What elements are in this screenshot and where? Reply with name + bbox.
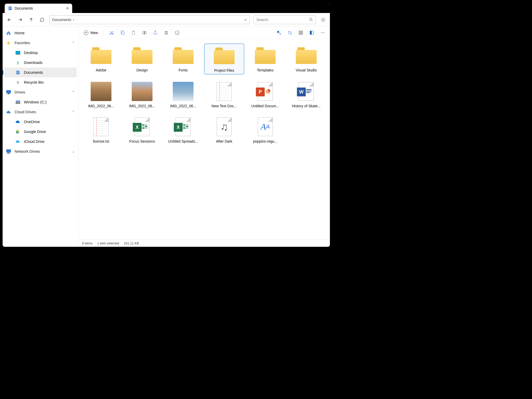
svg-rect-11: [17, 73, 18, 73]
google-drive-icon: [16, 129, 20, 134]
svg-rect-17: [16, 101, 18, 102]
item-label: Fonts: [178, 68, 188, 72]
network-icon: [6, 149, 11, 154]
info-button[interactable]: [172, 29, 182, 37]
cut-button[interactable]: [107, 29, 116, 37]
chevron-up-icon[interactable]: ⌃: [72, 110, 75, 114]
image-icon: [132, 81, 152, 102]
item-label: New Text Doc...: [211, 104, 237, 108]
svg-rect-15: [7, 94, 10, 94]
file-item[interactable]: IMG_2022_06...: [122, 79, 162, 110]
sort-button[interactable]: [285, 29, 295, 37]
file-item[interactable]: AApoppins-regu...: [245, 115, 285, 145]
chevron-right-icon: ›: [73, 18, 74, 22]
folder-icon: [132, 45, 152, 66]
folder-item[interactable]: Fonts: [163, 44, 203, 74]
icloud-icon: [16, 139, 20, 144]
up-button[interactable]: [28, 16, 35, 23]
svg-rect-41: [306, 91, 311, 91]
svg-rect-9: [17, 71, 19, 72]
folder-item[interactable]: Design: [122, 44, 162, 74]
share-button[interactable]: [151, 29, 160, 37]
new-button[interactable]: + New: [81, 29, 101, 36]
chevron-up-icon[interactable]: ⌃: [72, 90, 75, 94]
svg-rect-30: [299, 31, 300, 32]
sidebar-item-google-drive[interactable]: Google Drive: [3, 127, 78, 137]
svg-rect-50: [186, 124, 188, 125]
copy-button[interactable]: [118, 29, 127, 37]
folder-item[interactable]: Visual Studio: [286, 44, 326, 74]
status-count: 9 items: [82, 242, 92, 245]
folder-item[interactable]: Templates: [245, 44, 285, 74]
status-size: 101.11 KB: [124, 242, 139, 245]
search-input[interactable]: Search: [254, 15, 316, 24]
sidebar-section-drives[interactable]: Drives ⌃: [3, 87, 78, 97]
folder-item[interactable]: Project Files: [204, 44, 244, 74]
more-button[interactable]: [318, 29, 327, 37]
file-item[interactable]: license.txt: [81, 115, 121, 145]
svg-rect-35: [310, 31, 312, 35]
settings-button[interactable]: [320, 16, 327, 23]
chevron-up-icon[interactable]: ⌃: [72, 41, 75, 45]
folder-item[interactable]: Adobe: [81, 44, 121, 74]
file-item[interactable]: XUntitled Spreads...: [163, 115, 203, 145]
close-icon[interactable]: ✕: [66, 6, 69, 10]
file-item[interactable]: IMG_2022_06...: [81, 79, 121, 110]
select-button[interactable]: [274, 29, 284, 37]
paste-button[interactable]: [129, 29, 138, 37]
back-button[interactable]: [6, 16, 13, 23]
drive-icon: [16, 100, 20, 104]
address-bar[interactable]: Documents ›: [49, 15, 250, 24]
file-item[interactable]: IMG_2022_06...: [163, 79, 203, 110]
group-button[interactable]: [296, 29, 305, 37]
sidebar-item-recycle-bin[interactable]: Recycle Bin: [3, 77, 78, 87]
svg-rect-32: [299, 33, 300, 34]
tab-documents[interactable]: Documents ✕: [5, 4, 72, 13]
svg-point-36: [321, 32, 322, 33]
item-label: poppins-regu...: [253, 139, 277, 143]
file-item[interactable]: XFocus Sessions: [122, 115, 162, 145]
svg-rect-31: [301, 31, 303, 32]
tab-title: Documents: [15, 6, 33, 10]
forward-button[interactable]: [17, 16, 24, 23]
svg-rect-48: [145, 128, 147, 129]
sidebar-section-network[interactable]: Network Drives ⌄: [3, 147, 78, 156]
delete-button[interactable]: [162, 29, 171, 37]
svg-rect-51: [183, 126, 185, 127]
svg-rect-19: [6, 149, 11, 152]
chevron-down-icon[interactable]: [244, 18, 247, 21]
svg-rect-47: [142, 128, 144, 129]
svg-rect-16: [16, 102, 20, 104]
folder-icon: [173, 45, 194, 66]
tab-bar: Documents ✕: [3, 3, 330, 13]
excel-icon: X: [173, 116, 194, 137]
sidebar-item-downloads[interactable]: Downloads: [3, 58, 78, 68]
sidebar-item-desktop[interactable]: Desktop: [3, 48, 78, 58]
view-button[interactable]: [307, 29, 316, 37]
star-icon: [6, 41, 11, 45]
sidebar-section-cloud[interactable]: Cloud Drives ⌃: [3, 107, 78, 117]
svg-rect-13: [6, 90, 11, 93]
rename-button[interactable]: [140, 29, 149, 37]
svg-rect-53: [183, 128, 185, 129]
sidebar-item-onedrive[interactable]: OneDrive: [3, 117, 78, 127]
item-label: IMG_2022_06...: [170, 104, 196, 108]
monitor-icon: [6, 90, 11, 95]
sidebar-item-documents[interactable]: Documents: [4, 68, 77, 77]
sidebar-item-icloud[interactable]: iCloud Drive: [3, 137, 78, 147]
file-item[interactable]: WHistory of Skate...: [286, 79, 326, 110]
refresh-button[interactable]: [38, 16, 46, 23]
excel-icon: X: [132, 116, 152, 137]
plus-icon: +: [84, 30, 88, 35]
item-label: license.txt: [93, 139, 109, 143]
file-item[interactable]: New Text Doc...: [204, 79, 244, 110]
chevron-down-icon[interactable]: ⌄: [72, 150, 75, 153]
file-item[interactable]: PUntitled Docum...: [245, 79, 285, 110]
item-label: Visual Studio: [296, 68, 317, 72]
file-item[interactable]: ♫After Dark: [204, 115, 244, 145]
sidebar-item-home[interactable]: Home: [3, 28, 78, 38]
sidebar-section-favorites[interactable]: Favorites ⌃: [3, 38, 78, 48]
sidebar-item-windows-c[interactable]: Windows (C:): [3, 97, 78, 107]
word-icon: W: [296, 81, 317, 102]
svg-rect-44: [145, 124, 147, 125]
